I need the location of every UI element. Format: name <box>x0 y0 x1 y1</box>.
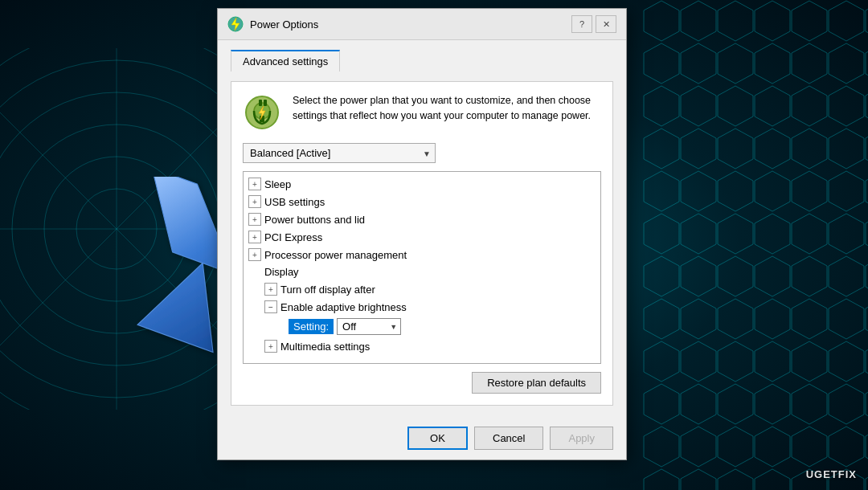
setting-select[interactable]: Off On <box>337 318 401 335</box>
tree-item-usb[interactable]: + USB settings <box>244 193 600 210</box>
tree-label-display: Display <box>264 266 299 278</box>
tab-advanced-settings[interactable]: Advanced settings <box>231 50 340 71</box>
tree-scroll[interactable]: + Sleep + USB settings + Power buttons a… <box>244 172 600 363</box>
plan-dropdown-row: Balanced [Active] Power saver High perfo… <box>243 143 601 163</box>
apply-button[interactable]: Apply <box>550 427 613 450</box>
svg-rect-19 <box>643 0 868 490</box>
settings-tree: + Sleep + USB settings + Power buttons a… <box>243 171 601 364</box>
title-bar: Power Options ? ✕ <box>218 9 626 40</box>
dialog-title: Power Options <box>250 18 565 31</box>
power-options-dialog: Power Options ? ✕ Advanced settings <box>217 8 627 460</box>
expand-pci-icon[interactable]: + <box>248 231 261 243</box>
tree-item-processor[interactable]: + Processor power management <box>244 246 600 263</box>
content-area: Select the power plan that you want to c… <box>231 81 613 406</box>
tree-item-power-buttons[interactable]: + Power buttons and lid <box>244 210 600 228</box>
tree-item-turn-off[interactable]: + Turn off display after <box>260 280 600 298</box>
tree-label-multimedia: Multimedia settings <box>280 341 370 353</box>
tree-item-sleep[interactable]: + Sleep <box>244 175 600 193</box>
restore-defaults-button[interactable]: Restore plan defaults <box>472 372 601 394</box>
tree-item-pci[interactable]: + PCI Express <box>244 228 600 246</box>
dialog-wrapper: Power Options ? ✕ Advanced settings <box>217 8 627 460</box>
help-button[interactable]: ? <box>571 15 592 33</box>
tree-label-power-buttons: Power buttons and lid <box>264 214 365 226</box>
expand-power-buttons-icon[interactable]: + <box>248 213 261 226</box>
intro-row: Select the power plan that you want to c… <box>243 93 601 132</box>
tree-label-processor: Processor power management <box>264 249 407 261</box>
tree-label-turnoff: Turn off display after <box>280 284 375 296</box>
plan-select[interactable]: Balanced [Active] Power saver High perfo… <box>243 143 436 163</box>
watermark: UGETFIX <box>806 468 857 480</box>
tree-item-adaptive[interactable]: − Enable adaptive brightness <box>260 298 600 316</box>
expand-sleep-icon[interactable]: + <box>248 178 261 190</box>
plan-select-wrap[interactable]: Balanced [Active] Power saver High perfo… <box>243 143 436 163</box>
tree-label-sleep: Sleep <box>264 178 291 190</box>
expand-multimedia-icon[interactable]: + <box>264 340 277 353</box>
tab-bar: Advanced settings <box>231 50 613 71</box>
bg-hex-grid <box>643 0 868 490</box>
expand-processor-icon[interactable]: + <box>248 248 261 261</box>
power-icon <box>243 93 281 132</box>
dialog-body: Advanced settings <box>218 40 626 415</box>
setting-label: Setting: <box>289 319 334 334</box>
expand-turnoff-icon[interactable]: + <box>264 283 277 296</box>
tree-label-usb: USB settings <box>264 196 325 208</box>
restore-row: Restore plan defaults <box>243 372 601 394</box>
setting-dropdown-wrap[interactable]: Off On ▼ <box>337 318 401 335</box>
dialog-icon <box>227 16 244 32</box>
title-bar-controls: ? ✕ <box>571 15 616 33</box>
bottom-bar: OK Cancel Apply <box>218 415 626 459</box>
intro-text: Select the power plan that you want to c… <box>293 93 601 124</box>
tree-label-pci: PCI Express <box>264 231 322 243</box>
svg-rect-25 <box>259 100 262 106</box>
collapse-adaptive-icon[interactable]: − <box>264 300 277 313</box>
setting-row: Setting: Off On ▼ <box>244 316 600 337</box>
tree-item-display[interactable]: Display <box>244 263 600 280</box>
close-button[interactable]: ✕ <box>596 15 616 33</box>
tree-label-adaptive: Enable adaptive brightness <box>280 301 407 313</box>
ok-button[interactable]: OK <box>407 427 468 450</box>
cancel-button[interactable]: Cancel <box>474 427 543 450</box>
tree-item-multimedia[interactable]: + Multimedia settings <box>260 337 600 355</box>
expand-usb-icon[interactable]: + <box>248 195 261 208</box>
svg-rect-26 <box>264 100 267 106</box>
